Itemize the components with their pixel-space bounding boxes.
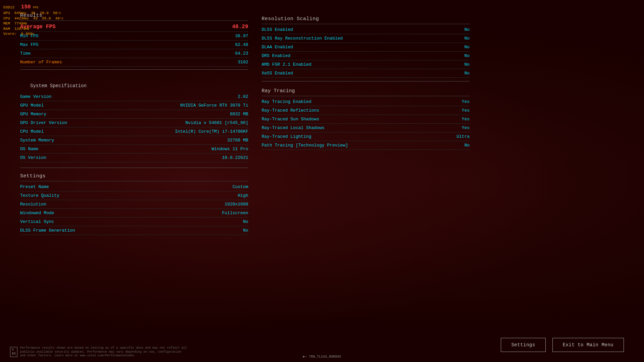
gpu-driver-row: GPU Driver Version Nvidia v 54601 [r545_… (20, 119, 248, 127)
preset-value: Custom (232, 184, 248, 189)
left-panel: Results Average FPS 48.29 Min FPS 38.97 … (20, 10, 248, 352)
dlss-rr-value: No (464, 36, 470, 41)
xess-label: XeSS Enabled (262, 71, 293, 76)
dlaa-value: No (464, 45, 470, 50)
hud-vcore: Vcore: 0.960V (3, 32, 63, 37)
fsr-value: No (464, 62, 470, 67)
rt-enabled-label: Ray Tracing Enabled (262, 99, 311, 104)
gpu-model-row: GPU Model NVIDIA GeForce RTX 3070 Ti (20, 101, 248, 110)
time-label: Time (20, 51, 31, 56)
rt-sun-shadows-value: Yes (462, 117, 470, 122)
cpu-model-label: CPU Model (20, 129, 44, 134)
rt-lighting-row: Ray-Traced Lighting Ultra (262, 132, 470, 141)
os-version-value: 10.0.22621 (222, 155, 248, 160)
dlss-enabled-value: No (464, 27, 470, 32)
gpu-model-label: GPU Model (20, 103, 44, 108)
dlss-enabled-label: DLSS Enabled (262, 27, 293, 32)
resolution-scaling-section: Resolution Scaling DLSS Enabled No DLSS … (262, 13, 470, 78)
system-spec-label: System Specification (30, 83, 87, 88)
dlss-frame-gen-label: DLSS Frame Generation (20, 228, 75, 233)
path-tracing-label: Path Tracing [Technology Preview] (262, 143, 348, 148)
ray-tracing-section: Ray Tracing Ray Tracing Enabled Yes Ray-… (262, 84, 470, 150)
vsync-value: No (243, 219, 248, 224)
sys-memory-label: System Memory (20, 138, 54, 143)
os-name-value: Windows 11 Pro (212, 146, 248, 152)
rt-lighting-label: Ray-Traced Lighting (262, 134, 311, 139)
resolution-value: 644x362 (225, 202, 248, 207)
rt-reflections-value: Yes (462, 108, 470, 113)
settings-button[interactable]: Settings (501, 338, 545, 352)
hud-cpu: CPU 4423MHz 43 55.9 48°C (3, 16, 63, 21)
min-fps-value: 38.97 (235, 34, 248, 39)
rt-sun-shadows-label: Ray-Traced Sun Shadows (262, 117, 319, 122)
hud-ram: RAM 12079MB (3, 26, 63, 32)
system-section: Game Version 2.02 GPU Model NVIDIA GeFor… (20, 93, 248, 162)
texture-quality-label: Texture Quality (20, 193, 59, 198)
windowed-mode-value: Fullscreen (222, 210, 248, 216)
disclaimer-text: Performance results shown are based on t… (20, 346, 188, 358)
rt-local-shadows-value: Yes (462, 125, 470, 130)
gpu-memory-value: 8032 MB (230, 112, 248, 117)
rt-reflections-label: Ray-Traced Reflections (262, 108, 319, 113)
texture-quality-row: Texture Quality High (20, 191, 248, 200)
vsync-row: Vertical Sync No (20, 218, 248, 226)
xess-value: No (464, 71, 470, 76)
max-fps-row: Max FPS 62.48 (20, 41, 248, 49)
rt-sun-shadows-row: Ray-Traced Sun Shadows Yes (262, 115, 470, 124)
v-box: V 85 (10, 347, 17, 357)
dlaa-label: DLAA Enabled (262, 45, 293, 50)
game-version-label: Game Version (20, 94, 52, 99)
cpu-model-value: Intel(R) Core(TM) i7-14700KF (175, 129, 248, 134)
hud-d3d12: D3D12 150 FPS (3, 3, 63, 11)
max-fps-value: 62.48 (235, 42, 248, 47)
frames-label: Number of Frames (20, 60, 62, 65)
os-version-row: OS Version 10.0.22621 (20, 154, 248, 162)
rt-enabled-row: Ray Tracing Enabled Yes (262, 98, 470, 106)
gpu-model-value: NVIDIA GeForce RTX 3070 Ti (180, 103, 248, 108)
time-row: Time 64.23 (20, 49, 248, 58)
fsr-row: AMD FSR 2.1 Enabled No (262, 60, 470, 69)
max-fps-label: Max FPS (20, 42, 39, 47)
version-badge: V 85 Performance results shown are based… (10, 346, 188, 358)
dlss-frame-gen-value: No (243, 228, 248, 233)
gpu-memory-label: GPU Memory (20, 112, 46, 117)
hud-gpu: GPU 645MHz 35 28-9 50°C (3, 11, 63, 16)
dlss-rr-row: DLSS Ray Reconstruction Enabled No (262, 34, 470, 43)
fsr-label: AMD FSR 2.1 Enabled (262, 62, 311, 67)
frames-row: Number of Frames 3102 (20, 58, 248, 67)
drs-value: No (464, 53, 470, 58)
xess-row: XeSS Enabled No (262, 69, 470, 78)
sys-memory-value: 32768 MB (227, 138, 248, 143)
dlss-frame-gen-row: DLSS Frame Generation No (20, 226, 248, 235)
dlaa-row: DLAA Enabled No (262, 43, 470, 52)
gpu-driver-label: GPU Driver Version (20, 120, 67, 125)
hud-mem: MEM 7749MB (3, 21, 63, 26)
avg-fps-value: 48.29 (232, 24, 248, 30)
settings-header: Settings (20, 171, 248, 181)
sys-memory-row: System Memory 32768 MB (20, 136, 248, 145)
time-value: 64.23 (235, 51, 248, 56)
windowed-mode-label: Windowed Mode (20, 210, 54, 216)
dlss-enabled-row: DLSS Enabled No (262, 25, 470, 34)
frames-value: 3102 (238, 60, 248, 65)
footer-logo: ►— TRN_TLCAS_R0R095 (303, 355, 341, 359)
preset-label: Preset Name (20, 184, 49, 189)
vsync-label: Vertical Sync (20, 219, 54, 224)
dlss-rr-label: DLSS Ray Reconstruction Enabled (262, 36, 343, 41)
rt-local-shadows-row: Ray-Traced Local Shadows Yes (262, 124, 470, 132)
game-version-row: Game Version 2.02 (20, 93, 248, 101)
ray-tracing-header: Ray Tracing (262, 84, 470, 96)
settings-section: Settings Preset Name Custom Texture Qual… (20, 171, 248, 235)
os-name-label: OS Name (20, 146, 39, 152)
resolution-scaling-header: Resolution Scaling (262, 13, 470, 24)
path-tracing-row: Path Tracing [Technology Preview] No (262, 141, 470, 150)
resolution-row: Resolution 644x362 (20, 200, 248, 209)
gpu-driver-value: Nvidia v 54601 [r545_96] (185, 120, 248, 125)
exit-button[interactable]: Exit to Main Menu (552, 338, 624, 352)
os-name-row: OS Name Windows 11 Pro (20, 145, 248, 154)
os-version-label: OS Version (20, 155, 46, 160)
bottom-bar: Settings Exit to Main Menu (501, 338, 624, 352)
windowed-mode-row: Windowed Mode Fullscreen (20, 209, 248, 218)
gpu-memory-row: GPU Memory 8032 MB (20, 110, 248, 119)
resolution-label: Resolution (20, 202, 46, 207)
